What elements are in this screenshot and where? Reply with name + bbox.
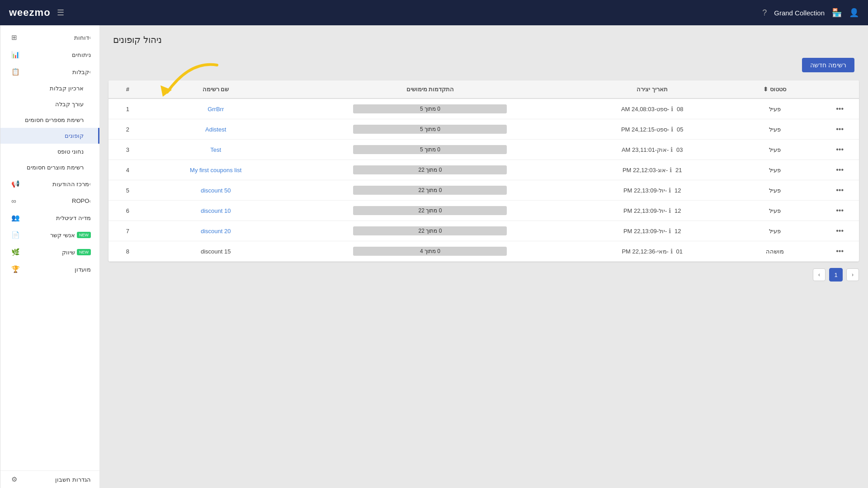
- store-icon[interactable]: 🏪: [832, 8, 842, 18]
- row-date: ℹ 03-אוק-23,11:01 AM: [576, 140, 729, 160]
- info-icon[interactable]: ℹ: [669, 207, 671, 214]
- row-name[interactable]: Test: [147, 140, 285, 160]
- status-badge: פעיל: [769, 146, 781, 153]
- row-date: ℹ 12-יול-22,13:09 PM: [576, 180, 729, 201]
- dots-icon[interactable]: •••: [836, 105, 844, 113]
- notifications-icon: 📢: [11, 180, 20, 188]
- dots-icon[interactable]: •••: [836, 125, 844, 133]
- row-dots[interactable]: •••: [821, 99, 859, 119]
- table-row: ••• פעיל ℹ 12-יול-22,13:09 PM 0 מתוך 22 …: [108, 221, 859, 241]
- sidebar-item-market[interactable]: NEW שיווק 🌿: [0, 244, 99, 261]
- row-status: פעיל: [729, 201, 821, 221]
- sidebar-item-notifications[interactable]: › מרכז ההודעות 📢: [0, 175, 99, 192]
- dots-icon[interactable]: •••: [836, 186, 844, 194]
- sidebar-item-connect[interactable]: NEW אנשי קשר 📄: [0, 226, 99, 244]
- sidebar-item-blocked-products[interactable]: רשימת מוצרים חסומים: [0, 160, 99, 175]
- row-name[interactable]: discount 50: [147, 180, 285, 201]
- pagination-page-1[interactable]: 1: [829, 268, 843, 282]
- progress-bar: 0 מתוך 22: [353, 186, 507, 195]
- dots-icon[interactable]: •••: [836, 247, 844, 255]
- row-dots[interactable]: •••: [821, 119, 859, 140]
- row-dots[interactable]: •••: [821, 221, 859, 241]
- coupon-name-link[interactable]: Test: [210, 146, 221, 153]
- progress-text: 0 מתוך 22: [419, 167, 442, 173]
- progress-text: 0 מתוך 22: [419, 207, 442, 214]
- ropo-arrow: ›: [89, 198, 91, 204]
- status-badge: פעיל: [769, 228, 781, 235]
- settings-label: הגדרות חשבון: [17, 476, 91, 483]
- row-progress: 0 מתוך 22: [285, 221, 576, 241]
- menu-icon[interactable]: ☰: [57, 8, 64, 18]
- pagination-prev[interactable]: ‹: [846, 268, 859, 281]
- blocked-products-label: רשימת מוצרים חסומים: [8, 164, 84, 171]
- info-icon[interactable]: ℹ: [670, 248, 673, 255]
- dots-icon[interactable]: •••: [836, 206, 844, 214]
- sidebar-item-settings[interactable]: הגדרות חשבון ⚙: [0, 471, 99, 488]
- sidebar-item-analytics[interactable]: ניתוחים 📊: [0, 46, 99, 63]
- sidebar-item-reports[interactable]: › דוחות ⊞: [0, 29, 99, 46]
- row-dots[interactable]: •••: [821, 160, 859, 180]
- table-row: ••• פעיל ℹ 08-ספט-24,08:03 AM 0 מתוך 5 G…: [108, 99, 859, 119]
- row-date: ℹ 21-אוג-22,12:03 PM: [576, 160, 729, 180]
- col-status-header[interactable]: סטטוס ⬍: [729, 80, 821, 99]
- row-name[interactable]: My first coupons list: [147, 160, 285, 180]
- status-badge: פעיל: [769, 126, 781, 133]
- sidebar-item-ropo[interactable]: › ROPO ∞: [0, 192, 99, 209]
- dots-icon[interactable]: •••: [836, 145, 844, 153]
- sort-icon: ⬍: [763, 86, 768, 93]
- row-dots[interactable]: •••: [821, 140, 859, 160]
- coupon-name-link[interactable]: My first coupons list: [190, 167, 241, 174]
- sidebar-item-blocked-numbers[interactable]: רשימת מספרים חסומים: [0, 112, 99, 128]
- info-icon[interactable]: ℹ: [670, 146, 673, 153]
- coupon-name-link[interactable]: discount 50: [201, 187, 231, 194]
- new-list-button[interactable]: רשימה חדשה: [802, 58, 854, 72]
- progress-text: 0 מתוך 22: [419, 187, 442, 193]
- info-icon[interactable]: ℹ: [671, 126, 673, 133]
- digital-icon: 👥: [11, 214, 20, 222]
- progress-bar: 0 מתוך 22: [353, 206, 507, 215]
- info-icon[interactable]: ℹ: [669, 187, 671, 194]
- progress-text: 0 מתוך 5: [420, 106, 440, 112]
- sidebar-item-receipt-editor[interactable]: עורך קבלה: [0, 96, 99, 112]
- dots-icon[interactable]: •••: [836, 166, 844, 174]
- row-dots[interactable]: •••: [821, 241, 859, 262]
- coupon-name-link[interactable]: GrrBrr: [208, 106, 224, 113]
- help-icon[interactable]: ?: [762, 8, 767, 18]
- coupon-name-link[interactable]: discount 10: [201, 207, 231, 214]
- club-icon: 🏆: [11, 265, 20, 273]
- row-name[interactable]: discount 20: [147, 221, 285, 241]
- pagination-next[interactable]: ›: [813, 268, 826, 281]
- sidebar-item-recipients[interactable]: › קבלות 📋: [0, 63, 99, 80]
- sidebar-item-coupons[interactable]: קופונים: [0, 128, 99, 144]
- row-name[interactable]: Adistest: [147, 119, 285, 140]
- sidebar-item-digital[interactable]: מדיה דיגיטלית 👥: [0, 209, 99, 226]
- coupons-label: קופונים: [8, 132, 84, 139]
- row-dots[interactable]: •••: [821, 180, 859, 201]
- notifications-label: מרכז ההודעות: [20, 181, 89, 188]
- coupon-name-link[interactable]: Adistest: [205, 126, 226, 133]
- row-name[interactable]: discount 15: [147, 241, 285, 262]
- row-dots[interactable]: •••: [821, 201, 859, 221]
- col-num-header: #: [108, 80, 147, 99]
- info-icon[interactable]: ℹ: [670, 166, 672, 174]
- row-num: 4: [108, 160, 147, 180]
- row-name[interactable]: GrrBrr: [147, 99, 285, 119]
- main-content: ניהול קופונים רשימה חדשה סטטוס ⬍: [99, 25, 868, 488]
- table-row: ••• פעיל ℹ 21-אוג-22,12:03 PM 0 מתוך 22 …: [108, 160, 859, 180]
- row-status: פעיל: [729, 119, 821, 140]
- row-name[interactable]: discount 10: [147, 201, 285, 221]
- sidebar-item-archive[interactable]: ארכיון קבלות: [0, 80, 99, 96]
- sidebar-item-club[interactable]: מועדון 🏆: [0, 261, 99, 278]
- row-progress: 0 מתוך 22: [285, 180, 576, 201]
- reports-arrow: ›: [89, 35, 91, 40]
- layout: ניהול קופונים רשימה חדשה סטטוס ⬍: [0, 25, 868, 488]
- dots-icon[interactable]: •••: [836, 227, 844, 235]
- info-icon[interactable]: ℹ: [669, 227, 671, 235]
- sidebar-item-tip[interactable]: נחוני טופס: [0, 144, 99, 160]
- info-icon[interactable]: ℹ: [671, 105, 673, 113]
- user-icon[interactable]: 👤: [849, 8, 859, 18]
- progress-text: 0 מתוך 4: [420, 248, 440, 254]
- coupon-name-link[interactable]: discount 20: [201, 228, 231, 235]
- row-date: ℹ 12-יול-22,13:09 PM: [576, 221, 729, 241]
- pagination: ‹ 1 ›: [99, 262, 868, 288]
